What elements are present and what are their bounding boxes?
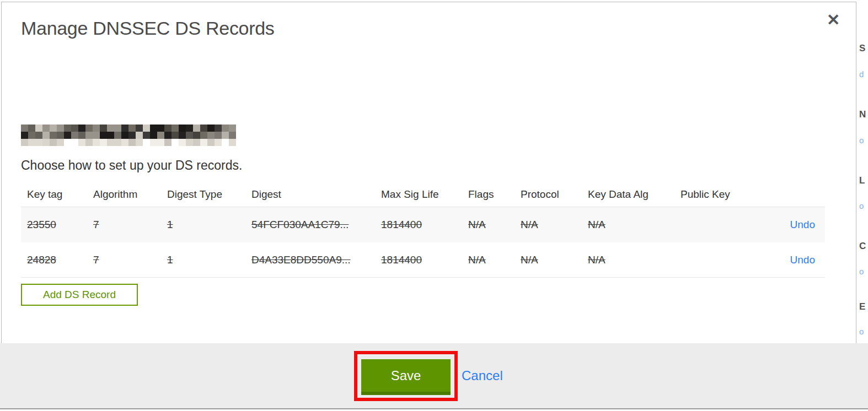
header-digest-type: Digest Type: [161, 188, 245, 201]
cell-digest: 54FCF030AA1C79...: [245, 219, 375, 231]
background-peek-link: d: [859, 69, 864, 79]
cell-protocol: N/A: [515, 219, 582, 231]
header-protocol: Protocol: [515, 188, 582, 201]
header-max-sig-life: Max Sig Life: [375, 188, 462, 201]
cell-flags: N/A: [462, 254, 515, 266]
cell-flags: N/A: [462, 219, 515, 231]
header-algorithm: Algorithm: [87, 188, 161, 201]
undo-link[interactable]: Undo: [790, 254, 815, 266]
page-title: Manage DNSSEC DS Records: [21, 18, 275, 39]
background-peek-link: o: [859, 267, 864, 276]
background-peek-link: o: [859, 136, 864, 145]
close-icon[interactable]: ✕: [827, 12, 840, 28]
save-button[interactable]: Save: [361, 359, 451, 395]
cell-key-tag: 24828: [21, 254, 87, 266]
background-peek-text: L: [859, 175, 865, 186]
background-peek-text: S: [859, 43, 865, 54]
header-public-key: Public Key: [674, 188, 752, 201]
background-peek-text: N: [859, 109, 866, 120]
cell-algorithm: 7: [87, 219, 161, 231]
cell-key-data-alg: N/A: [582, 219, 674, 231]
save-annotation-red-box: Save: [354, 351, 458, 401]
cell-algorithm: 7: [87, 254, 161, 266]
background-peek-link: o: [859, 327, 864, 336]
table-header-row: Key tag Algorithm Digest Type Digest Max…: [21, 182, 825, 207]
background-peek-text: E: [859, 301, 865, 312]
cell-digest-type: 1: [161, 219, 245, 231]
header-key-data-alg: Key Data Alg: [582, 188, 674, 201]
modal-footer: Save Cancel: [0, 343, 868, 409]
background-peek-link: o: [859, 201, 864, 210]
ds-records-table: Key tag Algorithm Digest Type Digest Max…: [21, 182, 825, 278]
redacted-domain: [21, 125, 236, 146]
cell-digest-type: 1: [161, 254, 245, 266]
table-row: 23550 7 1 54FCF030AA1C79... 1814400 N/A …: [21, 207, 825, 242]
table-row: 24828 7 1 D4A33E8DD550A9... 1814400 N/A …: [21, 242, 825, 278]
instruction-text: Choose how to set up your DS records.: [21, 158, 242, 173]
cell-protocol: N/A: [515, 254, 582, 266]
cell-digest: D4A33E8DD550A9...: [245, 254, 375, 266]
cell-key-tag: 23550: [21, 219, 87, 231]
manage-dnssec-modal: Manage DNSSEC DS Records ✕ Choose how to…: [1, 2, 856, 343]
background-peek-text: C: [859, 241, 866, 252]
cell-max-sig-life: 1814400: [375, 254, 462, 266]
header-key-tag: Key tag: [21, 188, 87, 201]
add-ds-record-button[interactable]: Add DS Record: [21, 284, 138, 306]
cell-max-sig-life: 1814400: [375, 219, 462, 231]
header-digest: Digest: [245, 188, 375, 201]
cell-key-data-alg: N/A: [582, 254, 674, 266]
undo-link[interactable]: Undo: [790, 219, 815, 230]
header-flags: Flags: [462, 188, 515, 201]
cancel-link[interactable]: Cancel: [462, 368, 503, 383]
